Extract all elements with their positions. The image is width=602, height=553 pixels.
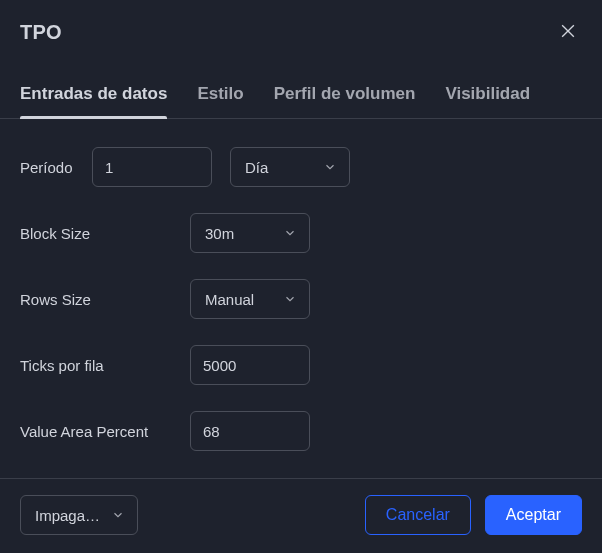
defaults-dropdown[interactable]: Impagados (20, 495, 138, 535)
row-value-area-percent: Value Area Percent (20, 411, 582, 451)
field-rows-size: Manual (190, 279, 310, 319)
footer-left: Impagados (20, 495, 138, 535)
dialog-header: TPO (0, 0, 602, 58)
row-block-size: Block Size 30m (20, 213, 582, 253)
rows-size-select[interactable]: Manual (190, 279, 310, 319)
tab-inputs[interactable]: Entradas de datos (20, 72, 167, 118)
chevron-down-icon (323, 160, 337, 174)
ticks-per-row-input[interactable] (190, 345, 310, 385)
dialog-footer: Impagados Cancelar Aceptar (0, 478, 602, 553)
period-input[interactable] (92, 147, 212, 187)
chevron-down-icon (111, 508, 125, 522)
footer-right: Cancelar Aceptar (365, 495, 582, 535)
close-button[interactable] (554, 18, 582, 46)
label-block-size: Block Size (20, 225, 190, 242)
period-unit-select[interactable]: Día (230, 147, 350, 187)
value-area-percent-input[interactable] (190, 411, 310, 451)
row-period: Período Día (20, 147, 582, 187)
row-rows-size: Rows Size Manual (20, 279, 582, 319)
rows-size-value: Manual (205, 291, 254, 308)
field-period: Día (92, 147, 350, 187)
defaults-label: Impagados (35, 507, 101, 524)
tab-bar: Entradas de datos Estilo Perfil de volum… (0, 72, 602, 119)
label-rows-size: Rows Size (20, 291, 190, 308)
field-value-area-percent (190, 411, 310, 451)
field-ticks-per-row (190, 345, 310, 385)
dialog-body: Período Día Block Size 30m (0, 119, 602, 478)
settings-dialog: TPO Entradas de datos Estilo Perfil de v… (0, 0, 602, 553)
field-block-size: 30m (190, 213, 310, 253)
chevron-down-icon (283, 226, 297, 240)
block-size-value: 30m (205, 225, 234, 242)
row-ticks-per-row: Ticks por fila (20, 345, 582, 385)
label-value-area-percent: Value Area Percent (20, 423, 190, 440)
tab-volume-profile[interactable]: Perfil de volumen (274, 72, 416, 118)
label-period: Período (20, 159, 92, 176)
tab-style[interactable]: Estilo (197, 72, 243, 118)
accept-button[interactable]: Aceptar (485, 495, 582, 535)
label-ticks-per-row: Ticks por fila (20, 357, 190, 374)
chevron-down-icon (283, 292, 297, 306)
period-unit-value: Día (245, 159, 268, 176)
close-icon (558, 21, 578, 44)
dialog-title: TPO (20, 21, 62, 44)
tab-visibility[interactable]: Visibilidad (445, 72, 530, 118)
cancel-button[interactable]: Cancelar (365, 495, 471, 535)
block-size-select[interactable]: 30m (190, 213, 310, 253)
